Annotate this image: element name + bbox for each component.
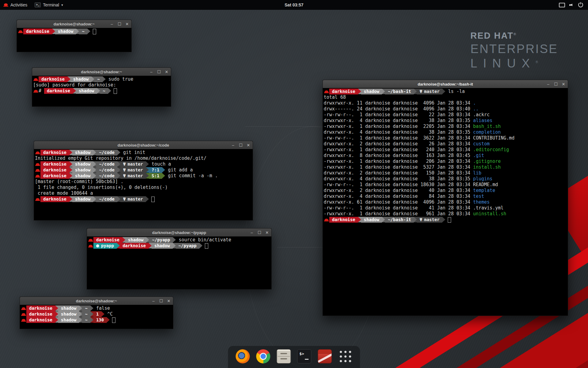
dock-item-files[interactable] [277,349,291,364]
dock-item-chrome[interactable] [256,349,271,364]
powerline-arrow-icon [162,167,165,173]
terminal-line: drwxrwxr-x. 4 darknoise darknoise 38 Jan… [324,129,567,135]
segment-label: shadow [58,29,74,34]
powerline-segment-host: shadow [72,161,93,167]
registered-mark: ® [536,60,544,64]
terminal-screen[interactable]: darknoiseshadow~ sudo true[sudo] passwor… [32,76,171,106]
file-meta: -rwxrwxr-x. 1 darknoise darknoise 206 Ja… [324,159,473,164]
file-meta: -rwxrwxr-x. 1 darknoise darknoise 5327 J… [324,164,473,170]
segment-label: ~ [103,88,105,94]
powerline-segment-host: shadow [58,305,79,311]
segment-label: master [127,173,143,179]
powerline-arrow-icon [93,150,96,155]
powerline-segment-host: shadow [72,173,93,179]
terminal-screen[interactable]: darknoiseshadow~/code git initInitialize… [34,149,253,220]
maximize-button[interactable]: ☐ [157,70,161,74]
powerline-arrow-icon [79,317,82,323]
redhat-prompt-icon [35,150,40,155]
powerline-segment-user: darknoise [40,173,69,179]
powerline-segment-host: shadow [72,196,93,202]
terminal-window-sudo: darknoise@shadow:~–☐✕darknoiseshadow~ su… [32,67,171,107]
segment-label: ~/code [99,150,115,155]
redhat-prompt-icon [33,76,39,82]
minimize-button[interactable]: – [149,70,153,74]
dock-item-toolbox[interactable] [318,349,332,364]
minimize-button[interactable]: – [110,22,114,26]
minimize-button[interactable]: – [151,299,156,303]
display-icon [559,3,565,7]
powerline-arrow-icon [107,317,110,323]
file-name: .gitignore [473,159,501,164]
close-button[interactable]: ✕ [125,22,129,26]
prompt-text: # [39,88,44,94]
segment-label: shadow [364,89,379,94]
powerline-segment-git_untracked: ?:1 [149,167,162,173]
terminal-line: -rw-rw-r--. 1 darknoise darknoise 18630 … [324,182,567,188]
titlebar[interactable]: darknoise@shadow:~/bash-it–☐✕ [323,80,568,88]
file-meta: -rwxrwxr-x. 1 darknoise darknoise 240 Ja… [324,147,473,153]
powerline-arrow-icon [67,76,70,82]
window-controls: –☐✕ [231,141,251,149]
file-name: template [473,188,495,194]
maximize-button[interactable]: ☐ [239,143,243,147]
terminal-line: darknoiseshadow~1 ^C [21,311,172,317]
powerline-segment-host: shadow [72,150,93,155]
close-button[interactable]: ✕ [246,143,251,147]
dock-item-appgrid[interactable] [338,349,353,364]
minimize-button[interactable]: – [250,231,254,235]
terminal-line: drwxrwxr-x. 4 darknoise darknoise 38 Jan… [324,176,567,182]
close-button[interactable]: ✕ [167,299,171,303]
powerline-arrow-icon [414,89,417,94]
titlebar[interactable]: darknoise@shadow:~–☐✕ [17,20,131,28]
file-name: custom [473,141,490,147]
terminal-screen[interactable]: darknoiseshadow~/pyapp source bin/activa… [87,236,271,289]
terminal-line: [master (root-commit) 50bcb63] . [35,179,252,185]
window-controls: –☐✕ [149,68,169,76]
powerline-segment-git: Ψmaster [120,167,146,173]
redhat-logo-icon [4,3,8,7]
terminal-screen[interactable]: darknoiseshadow~ falsedarknoiseshadow~1 … [20,305,173,329]
terminal-screen[interactable]: darknoiseshadow~ [17,28,131,52]
git-branch-icon: Ψ [123,173,126,179]
activities-label: Activities [10,2,27,7]
app-menu-terminal[interactable]: >_ Terminal ▾ [31,0,66,10]
prompt-text: ls -la [445,89,465,94]
maximize-button[interactable]: ☐ [257,231,262,235]
titlebar[interactable]: darknoise@shadow:~–☐✕ [32,68,171,76]
close-button[interactable]: ✕ [561,82,566,86]
powerline-arrow-icon [91,76,94,82]
activities-button[interactable]: Activities [0,0,31,10]
maximize-button[interactable]: ☐ [159,299,163,303]
dock-item-terminal[interactable]: $> [297,349,312,364]
close-button[interactable]: ✕ [164,70,169,74]
powerline-arrow-icon [69,161,72,167]
close-button[interactable]: ✕ [265,231,269,235]
clock[interactable]: Sat 03:57 [285,0,303,10]
window-title: darknoise@shadow:~ [81,70,122,74]
file-meta: drwxrwxr-x. 4 darknoise darknoise 38 Jan… [324,129,473,135]
file-name: CONTRIBUTING.md [473,135,514,141]
prompt-text: source bin/activate [176,237,231,243]
maximize-button[interactable]: ☐ [117,22,122,26]
minimize-button[interactable]: – [231,143,235,147]
terminal-screen[interactable]: darknoiseshadow~/bash-itΨmaster ls -lato… [323,88,568,316]
minimize-button[interactable]: – [546,82,550,86]
app-menu-label: Terminal [43,2,59,7]
titlebar[interactable]: darknoise@shadow:~/pyapp–☐✕ [87,228,271,237]
powerline-segment-user: darknoise [329,217,358,223]
segment-label: shadow [61,311,77,317]
segment-label: ~ [85,311,87,317]
terminal-output-text: create mode 100644 a [35,190,93,196]
powerline-segment-user: darknoise [40,161,69,167]
powerline-segment-host: shadow [152,243,173,249]
titlebar[interactable]: darknoise@shadow:~/code–☐✕ [34,141,253,149]
dock-item-firefox[interactable] [236,349,250,364]
maximize-button[interactable]: ☐ [554,82,558,86]
file-meta: -rw-rw-r--. 1 darknoise darknoise 22 Jan… [324,112,473,118]
file-meta: drwxrwxr-x. 61 darknoise darknoise 4096 … [324,199,473,205]
segment-label: shadow [128,237,144,243]
window-controls: –☐✕ [546,80,566,88]
system-status-area[interactable] [556,0,586,10]
powerline-segment-git: Ψmaster [417,217,442,223]
titlebar[interactable]: darknoise@shadow:~–☐✕ [20,297,173,305]
